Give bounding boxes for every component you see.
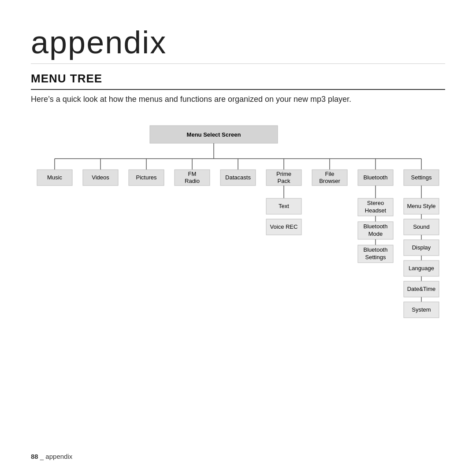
datetime-node: Date&Time (407, 286, 436, 292)
display-node: Display (412, 244, 431, 251)
settings-node: Settings (411, 174, 432, 181)
sound-node: Sound (413, 223, 430, 230)
file-browser-node: File (325, 171, 335, 177)
language-node: Language (409, 265, 434, 271)
prime-pack-node-2: Pack (278, 178, 290, 184)
datacasts-node: Datacasts (225, 174, 251, 181)
bluetooth-settings-node-2: Settings (365, 254, 386, 260)
stereo-headset-node-2: Headset (365, 207, 387, 214)
text-node: Text (279, 203, 289, 209)
tree-svg: Menu Select Screen Music (31, 121, 445, 368)
menu-style-node: Menu Style (407, 203, 435, 209)
videos-node: Videos (92, 174, 109, 181)
footer: 88 _ appendix (31, 453, 72, 460)
fm-radio-node: FM (188, 171, 197, 177)
system-node: System (412, 306, 431, 313)
bluetooth-mode-node-2: Mode (368, 231, 383, 237)
prime-pack-node: Prime (276, 171, 291, 177)
bluetooth-settings-node: Bluetooth (364, 246, 388, 253)
fm-radio-node-2: Radio (185, 178, 200, 184)
bluetooth-node: Bluetooth (364, 174, 388, 181)
page-number: 88 _ appendix (31, 453, 72, 460)
music-node: Music (47, 174, 62, 181)
section-heading: MENU TREE (31, 72, 445, 90)
description-text: Here’s a quick look at how the menus and… (31, 93, 445, 105)
root-node-label: Menu Select Screen (187, 131, 241, 138)
menu-tree-diagram: Menu Select Screen Music (31, 121, 445, 370)
pictures-node: Pictures (136, 174, 157, 181)
voice-rec-node: Voice REC (270, 223, 298, 230)
stereo-headset-node: Stereo (367, 200, 384, 206)
page-title: appendix (31, 26, 445, 60)
file-browser-node-2: Browser (319, 178, 340, 184)
bluetooth-mode-node: Bluetooth (364, 223, 388, 230)
